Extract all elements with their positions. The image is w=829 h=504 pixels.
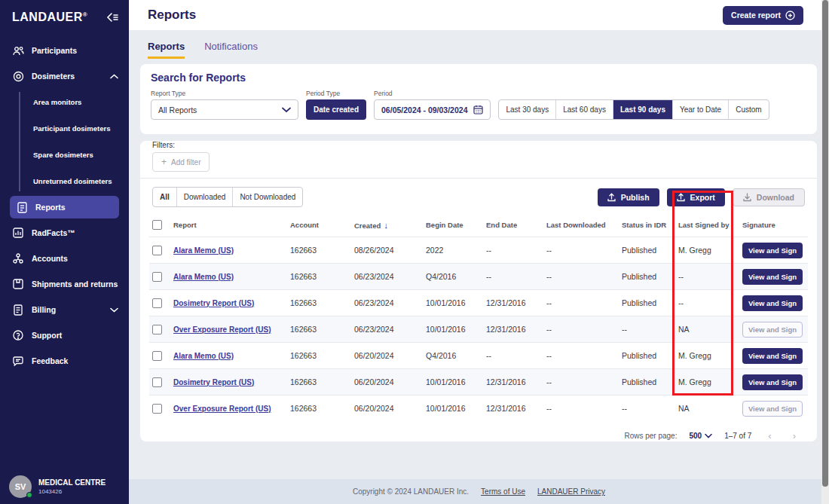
previous-page-icon[interactable]: ‹ bbox=[763, 430, 775, 441]
report-link[interactable]: Alara Memo (US) bbox=[173, 273, 290, 281]
column-header-last-downloaded[interactable]: Last Downloaded bbox=[546, 221, 622, 229]
chevron-down-icon bbox=[705, 433, 712, 438]
rows-per-page-label: Rows per page: bbox=[624, 432, 677, 440]
sidebar-item-unreturned-dosimeters[interactable]: Unreturned dosimeters bbox=[0, 168, 129, 194]
row-checkbox[interactable] bbox=[152, 298, 162, 308]
column-header-begin-date[interactable]: Begin Date bbox=[426, 221, 486, 229]
column-header-end-date[interactable]: End Date bbox=[486, 221, 546, 229]
sidebar-item-reports[interactable]: Reports bbox=[10, 196, 119, 218]
table-toolbar: All Downloaded Not Downloaded Publish Ex… bbox=[149, 185, 808, 213]
terms-of-use-link[interactable]: Terms of Use bbox=[481, 487, 525, 496]
sidebar-item-shipments[interactable]: Shipments and returns bbox=[0, 271, 129, 297]
next-page-icon[interactable]: › bbox=[788, 430, 800, 441]
publish-button[interactable]: Publish bbox=[598, 188, 659, 206]
create-report-button[interactable]: Create report bbox=[723, 6, 803, 25]
download-button[interactable]: Download bbox=[733, 188, 805, 206]
download-filter-group: All Downloaded Not Downloaded bbox=[152, 187, 303, 207]
rows-per-page-select[interactable]: 500 bbox=[689, 432, 712, 440]
dosimeters-submenu: Area monitors Participant dosimeters Spa… bbox=[0, 89, 129, 194]
sidebar-item-area-monitors[interactable]: Area monitors bbox=[0, 89, 129, 115]
row-checkbox[interactable] bbox=[152, 377, 162, 387]
report-link[interactable]: Dosimetry Report (US) bbox=[173, 299, 290, 307]
column-header-report[interactable]: Report bbox=[173, 221, 290, 229]
export-button[interactable]: Export bbox=[667, 188, 725, 206]
sidebar-item-participant-dosimeters[interactable]: Participant dosimeters bbox=[0, 115, 129, 142]
row-checkbox[interactable] bbox=[152, 351, 162, 361]
sidebar-item-label: Dosimeters bbox=[32, 72, 75, 81]
sidebar-item-dosimeters[interactable]: Dosimeters bbox=[0, 63, 129, 89]
chevron-up-icon[interactable] bbox=[110, 74, 118, 79]
landauer-logo: LANDAUER® bbox=[12, 11, 87, 24]
row-checkbox[interactable] bbox=[152, 246, 162, 255]
column-header-created[interactable]: Created↓ bbox=[354, 221, 426, 230]
select-all-checkbox[interactable] bbox=[152, 220, 162, 230]
column-header-account[interactable]: Account bbox=[290, 221, 354, 229]
view-and-sign-button-disabled[interactable]: View and Sign bbox=[742, 322, 803, 338]
sidebar-item-feedback[interactable]: Feedback bbox=[0, 348, 129, 374]
segment-all[interactable]: All bbox=[153, 188, 177, 206]
user-account[interactable]: SV MEDICAL CENTRE 1043426 bbox=[0, 475, 129, 498]
row-checkbox[interactable] bbox=[152, 404, 162, 414]
sidebar-item-billing[interactable]: Billing bbox=[0, 297, 129, 322]
footer: Copyright © 2024 LANDAUER Inc. Terms of … bbox=[129, 479, 829, 504]
vertical-scrollbar[interactable] bbox=[821, 0, 829, 504]
period-label: Period bbox=[374, 90, 491, 97]
table-row: Dosimetry Report (US) 162663 06/20/2024 … bbox=[149, 368, 808, 395]
segment-not-downloaded[interactable]: Not Downloaded bbox=[233, 188, 302, 206]
privacy-link[interactable]: LANDAUER Privacy bbox=[537, 487, 605, 496]
view-and-sign-button[interactable]: View and Sign bbox=[742, 374, 803, 390]
table-header-row: Report Account Created↓ Begin Date End D… bbox=[149, 213, 808, 237]
report-link[interactable]: Over Exposure Report (US) bbox=[173, 405, 290, 413]
sidebar: LANDAUER® Participants Dosimeters Area m… bbox=[0, 0, 129, 504]
view-and-sign-button[interactable]: View and Sign bbox=[742, 348, 803, 364]
table-row: Dosimetry Report (US) 162663 06/23/2024 … bbox=[149, 289, 808, 316]
avatar: SV bbox=[9, 475, 32, 498]
download-icon bbox=[743, 193, 751, 202]
view-and-sign-button-disabled[interactable]: View and Sign bbox=[742, 401, 803, 417]
sidebar-item-participants[interactable]: Participants bbox=[0, 38, 129, 63]
add-filter-button[interactable]: + Add filter bbox=[152, 152, 210, 172]
view-and-sign-button[interactable]: View and Sign bbox=[742, 295, 803, 311]
report-type-select[interactable]: All Reports bbox=[151, 99, 298, 120]
search-for-reports-card: Search for Reports Report Type All Repor… bbox=[140, 64, 817, 134]
tab-reports[interactable]: Reports bbox=[148, 41, 185, 59]
filters-label: Filters: bbox=[152, 141, 817, 149]
period-date-range-input[interactable]: 06/05/2024 - 09/03/2024 bbox=[374, 99, 491, 120]
scrollbar-thumb[interactable] bbox=[822, 0, 828, 487]
table-body: Alara Memo (US) 162663 08/26/2024 2022 -… bbox=[149, 237, 808, 421]
period-type-button[interactable]: Date created bbox=[306, 99, 366, 120]
sidebar-item-label: Reports bbox=[35, 203, 66, 212]
quick-range-year-to-date[interactable]: Year to Date bbox=[673, 100, 729, 119]
column-header-last-signed-by[interactable]: Last Signed by bbox=[678, 221, 742, 229]
view-and-sign-button[interactable]: View and Sign bbox=[742, 243, 803, 258]
segment-downloaded[interactable]: Downloaded bbox=[177, 188, 234, 206]
tab-notifications[interactable]: Notifications bbox=[204, 41, 258, 59]
sidebar-collapse-icon[interactable] bbox=[106, 13, 118, 22]
upload-icon bbox=[607, 193, 616, 202]
column-header-signature[interactable]: Signature bbox=[742, 221, 808, 229]
sidebar-item-support[interactable]: Support bbox=[0, 322, 129, 348]
sidebar-item-radfacts[interactable]: RadFacts™ bbox=[0, 220, 129, 246]
quick-range-last-90-days[interactable]: Last 90 days bbox=[613, 100, 673, 119]
quick-range-custom[interactable]: Custom bbox=[729, 100, 768, 119]
report-link[interactable]: Alara Memo (US) bbox=[173, 246, 290, 255]
sidebar-item-spare-dosimeters[interactable]: Spare dosimeters bbox=[0, 142, 129, 168]
report-link[interactable]: Over Exposure Report (US) bbox=[173, 325, 290, 334]
table-row: Alara Memo (US) 162663 08/26/2024 2022 -… bbox=[149, 237, 808, 263]
sidebar-item-accounts[interactable]: Accounts bbox=[0, 246, 129, 271]
row-checkbox[interactable] bbox=[152, 272, 162, 282]
view-and-sign-button[interactable]: View and Sign bbox=[742, 269, 803, 285]
sidebar-item-label: Participants bbox=[32, 46, 77, 55]
report-link[interactable]: Dosimetry Report (US) bbox=[173, 378, 290, 386]
report-type-label: Report Type bbox=[151, 90, 298, 97]
chevron-down-icon[interactable] bbox=[110, 307, 118, 313]
quick-range-last-30-days[interactable]: Last 30 days bbox=[499, 100, 556, 119]
bar-chart-icon bbox=[12, 227, 24, 239]
report-link[interactable]: Alara Memo (US) bbox=[173, 352, 290, 360]
user-name: MEDICAL CENTRE bbox=[38, 478, 106, 487]
quick-range-last-60-days[interactable]: Last 60 days bbox=[556, 100, 613, 119]
row-checkbox[interactable] bbox=[152, 325, 162, 334]
plus-circle-icon bbox=[785, 11, 795, 20]
table-row: Alara Memo (US) 162663 06/20/2024 Q4/201… bbox=[149, 342, 808, 368]
column-header-status-in-idr[interactable]: Status in IDR bbox=[622, 221, 678, 229]
